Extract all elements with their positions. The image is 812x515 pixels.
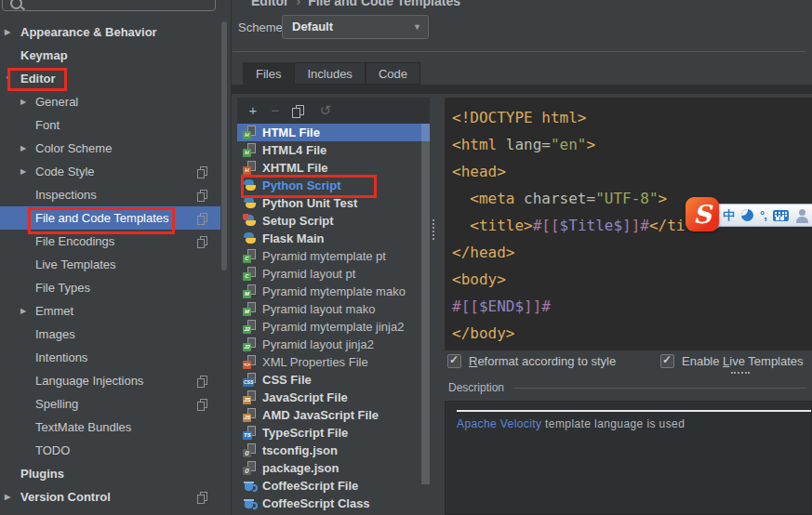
copy-template-button[interactable]: [291, 105, 304, 118]
sidebar-item-general[interactable]: ▶General: [0, 90, 220, 113]
chinese-mode-icon[interactable]: 中: [723, 207, 735, 224]
template-item-xml-properties-file[interactable]: <>XML Properties File: [237, 353, 430, 371]
sidebar-item-images[interactable]: Images: [0, 323, 220, 346]
chevron-right-icon[interactable]: ▶: [20, 90, 26, 113]
sidebar-item-label: General: [35, 95, 78, 109]
sidebar-item-code-style[interactable]: ▶Code Style: [0, 160, 220, 183]
sidebar-scrollbar-thumb[interactable]: [221, 21, 227, 271]
jinja-file-icon: J2: [243, 320, 257, 334]
scheme-select[interactable]: Default ▼: [282, 15, 429, 39]
sidebar-item-todo[interactable]: TODO: [0, 439, 220, 462]
template-item-flask-main[interactable]: Flask Main: [237, 230, 430, 247]
template-item-label: Python Unit Test: [262, 196, 357, 210]
annotation-python-script: [241, 175, 377, 198]
reformat-checkbox[interactable]: [447, 354, 461, 368]
sidebar-item-label: Live Templates: [35, 258, 115, 271]
code-line: <body>: [452, 266, 812, 293]
chevron-right-icon[interactable]: ▶: [5, 20, 10, 44]
apache-velocity-link[interactable]: Apache Velocity: [457, 417, 541, 430]
sidebar-item-spelling[interactable]: Spelling: [0, 392, 220, 416]
sidebar-item-label: Keymap: [20, 48, 68, 62]
code-line: </body>: [452, 320, 812, 347]
sidebar-item-color-scheme[interactable]: ▶Color Scheme: [0, 137, 220, 160]
template-item-typescript-file[interactable]: TSTypeScript File: [237, 424, 430, 442]
fullhalf-moon-icon[interactable]: [741, 209, 753, 221]
shared-settings-icon: [196, 213, 207, 225]
template-item-pyramid-layout-pt[interactable]: CPyramid layout pt: [237, 265, 430, 283]
template-item-amd-javascript-file[interactable]: JSAMD JavaScript File: [237, 406, 430, 424]
template-item-label: Pyramid layout jinja2: [262, 337, 374, 351]
template-item-pyramid-mytemplate-jinja2[interactable]: J2Pyramid mytemplate jinja2: [237, 318, 430, 336]
template-item-label: HTML File: [262, 125, 320, 139]
code-line: <html lang="en">: [452, 131, 812, 158]
template-item-css-file[interactable]: CSSCSS File: [237, 371, 430, 389]
template-item-label: XHTML File: [262, 161, 328, 175]
template-tabs: FilesIncludesCode: [243, 62, 420, 86]
sidebar-item-version-control[interactable]: ▶Version Control: [0, 485, 220, 508]
tab-includes[interactable]: Includes: [294, 62, 365, 85]
template-item-coffeescript-class[interactable]: CoffeeScript Class: [237, 495, 430, 512]
sidebar-item-inspections[interactable]: Inspections: [0, 183, 220, 206]
chevron-down-icon: ▼: [413, 22, 421, 32]
code-line: </head>: [452, 239, 812, 266]
chevron-right-icon[interactable]: ▶: [20, 137, 26, 160]
template-item-tsconfig-json[interactable]: {}tsconfig.json: [237, 442, 430, 459]
template-item-label: CoffeeScript Class: [262, 496, 370, 510]
template-item-html-file[interactable]: HHTML File: [237, 124, 430, 141]
chevron-right-icon[interactable]: ▶: [20, 160, 26, 183]
coffee-file-icon: [243, 496, 257, 510]
template-item-label: XML Properties File: [262, 355, 368, 369]
coffee-file-icon: [243, 479, 257, 493]
sidebar-item-intentions[interactable]: Intentions: [0, 346, 220, 369]
template-item-pyramid-mytemplate-mako[interactable]: MPyramid mytemplate mako: [237, 283, 430, 300]
list-scrollbar-thumb[interactable]: [421, 124, 430, 484]
add-template-button[interactable]: +: [243, 98, 263, 124]
sidebar-item-font[interactable]: Font: [0, 113, 220, 137]
chevron-right-icon[interactable]: ▶: [5, 485, 10, 508]
tab-code[interactable]: Code: [366, 62, 420, 85]
template-item-label: Pyramid mytemplate jinja2: [262, 320, 404, 334]
sidebar-item-label: Emmet: [35, 304, 73, 318]
settings-search-input[interactable]: [2, 0, 216, 11]
sidebar-item-language-injections[interactable]: Language Injections: [0, 369, 220, 392]
sidebar-item-appearance-behavior[interactable]: ▶Appearance & Behavior: [0, 20, 220, 44]
sidebar-item-live-templates[interactable]: Live Templates: [0, 253, 220, 276]
revert-template-button[interactable]: ↺: [315, 98, 336, 124]
template-list-panel: + − ↺ HHTML FileHHTML4 FileHXHTML FilePy…: [237, 98, 430, 515]
ime-toolbar: 中 °,: [712, 204, 812, 227]
template-item-label: CSS File: [262, 373, 312, 387]
sidebar-item-file-types[interactable]: File Types: [0, 276, 220, 299]
sidebar-item-emmet[interactable]: ▶Emmet: [0, 299, 220, 323]
sidebar-item-textmate-bundles[interactable]: TextMate Bundles: [0, 416, 220, 439]
python-setup-file-icon: [243, 214, 257, 228]
annotation-editor: [7, 68, 67, 91]
template-item-javascript-file[interactable]: JSJavaScript File: [237, 389, 430, 406]
chevron-right-icon[interactable]: ▶: [20, 299, 26, 323]
breadcrumb-section[interactable]: Editor: [251, 0, 288, 8]
account-icon[interactable]: [795, 208, 810, 223]
template-item-pyramid-layout-jinja2[interactable]: J2Pyramid layout jinja2: [237, 336, 430, 353]
python-file-icon: [243, 196, 257, 210]
description-rest: template language is used: [541, 417, 685, 430]
tab-files[interactable]: Files: [243, 62, 294, 86]
sidebar-item-plugins[interactable]: Plugins: [0, 462, 220, 485]
live-templates-option: Enable Live Templates: [660, 354, 804, 368]
template-item-label: package.json: [262, 461, 339, 475]
settings-tree: ▶Appearance & BehaviorKeymap▼Editor▶Gene…: [0, 20, 220, 508]
template-item-html4-file[interactable]: HHTML4 File: [237, 141, 430, 159]
live-templates-checkbox[interactable]: [660, 354, 674, 368]
template-item-coffeescript-file[interactable]: CoffeeScript File: [237, 477, 430, 495]
sidebar-item-keymap[interactable]: Keymap: [0, 44, 220, 67]
soft-keyboard-icon[interactable]: [773, 210, 789, 221]
template-item-package-json[interactable]: {}package.json: [237, 459, 430, 477]
js-file-icon: JS: [243, 390, 257, 404]
sogou-logo-icon[interactable]: S: [686, 197, 719, 231]
template-item-pyramid-layout-mako[interactable]: MPyramid layout mako: [237, 300, 430, 318]
punctuation-mode-icon[interactable]: °,: [760, 208, 766, 222]
template-item-pyramid-mytemplate-pt[interactable]: CPyramid mytemplate pt: [237, 247, 430, 265]
template-item-label: Pyramid layout mako: [262, 302, 375, 316]
splitter-handle[interactable]: [433, 219, 437, 240]
remove-template-button[interactable]: −: [265, 98, 286, 124]
template-item-setup-script[interactable]: Setup Script: [237, 212, 430, 230]
sidebar-item-label: Font: [35, 118, 60, 132]
